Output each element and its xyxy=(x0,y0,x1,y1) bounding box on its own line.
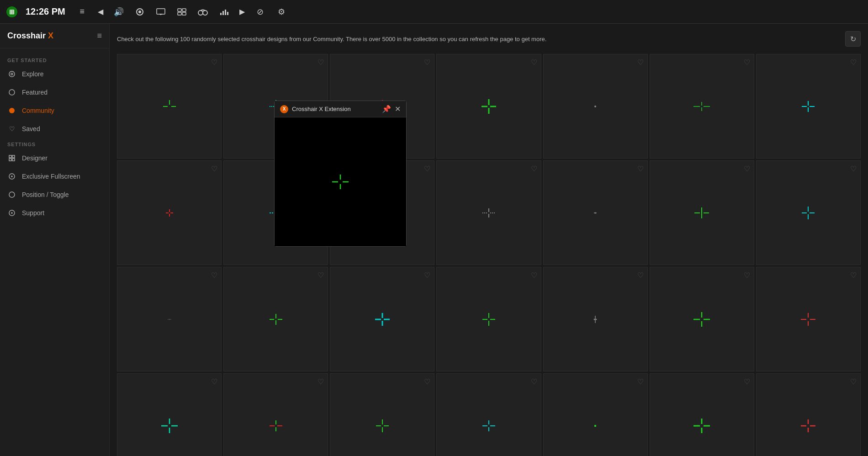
crosshair-cell[interactable]: ♡ xyxy=(650,160,754,265)
heart-icon[interactable]: ♡ xyxy=(637,58,644,67)
xbox-icon[interactable]: ⊞ xyxy=(4,4,20,20)
crosshair-cell[interactable]: ♡ xyxy=(330,267,434,371)
crosshair-cell[interactable]: ♡ xyxy=(436,54,541,159)
heart-icon[interactable]: ♡ xyxy=(850,164,857,173)
svg-point-26 xyxy=(11,176,12,177)
heart-icon[interactable]: ♡ xyxy=(531,271,537,280)
designer-label: Designer xyxy=(22,154,48,162)
binoculars-icon[interactable] xyxy=(193,2,212,21)
sidebar-item-community[interactable]: Community xyxy=(0,101,109,120)
community-label: Community xyxy=(22,107,54,114)
svg-rect-4 xyxy=(157,9,165,14)
crosshair-cell[interactable]: ♡ xyxy=(650,54,754,159)
featured-label: Featured xyxy=(22,89,48,96)
heart-icon[interactable]: ♡ xyxy=(744,164,750,173)
crosshair-cell[interactable]: ♡ xyxy=(117,54,222,159)
svg-point-12 xyxy=(203,11,207,15)
heart-icon[interactable]: ♡ xyxy=(531,58,537,67)
crosshair-cell[interactable]: ♡ xyxy=(223,267,328,371)
refresh-button[interactable]: ↻ xyxy=(845,31,861,47)
sidebar-toggle[interactable]: ≡ xyxy=(97,31,102,41)
heart-icon[interactable]: ♡ xyxy=(531,164,537,173)
menu-icon[interactable]: ≡ xyxy=(73,2,92,21)
svg-rect-8 xyxy=(182,9,186,11)
crosshair-cell[interactable]: ♡ xyxy=(650,373,754,456)
crosshair-grid: ♡ ♡ ♡ xyxy=(117,54,861,456)
more-chevron[interactable]: ▶ xyxy=(235,2,249,21)
support-label: Support xyxy=(22,209,44,217)
featured-icon xyxy=(7,88,16,97)
heart-icon[interactable]: ♡ xyxy=(744,271,750,280)
heart-icon[interactable]: ♡ xyxy=(211,271,217,280)
popup-pin-button[interactable]: 📌 xyxy=(382,105,391,113)
popup-body xyxy=(275,117,406,246)
crosshair-cell[interactable]: ♡ xyxy=(223,373,328,456)
svg-rect-7 xyxy=(178,9,181,11)
top-bar: ⊞ 12:26 PM ≡ ◀ 🔊 xyxy=(0,0,868,24)
crosshair-cell[interactable]: ♡ xyxy=(436,373,541,456)
heart-icon[interactable]: ♡ xyxy=(318,58,324,67)
crosshair-cell[interactable]: ♡ xyxy=(756,160,861,265)
heart-icon[interactable]: ♡ xyxy=(850,58,857,67)
position-toggle-icon xyxy=(7,190,16,199)
heart-icon[interactable]: ♡ xyxy=(637,377,644,386)
sidebar-item-position-toggle[interactable]: Position / Toggle xyxy=(0,186,109,204)
display-icon[interactable] xyxy=(151,2,170,21)
heart-icon[interactable]: ♡ xyxy=(424,271,430,280)
back-chevron[interactable]: ◀ xyxy=(94,2,107,21)
saved-icon: ♡ xyxy=(7,124,16,133)
crosshair-cell[interactable]: ♡ xyxy=(436,160,541,265)
popup-crosshair xyxy=(322,164,359,200)
sidebar-item-featured[interactable]: Featured xyxy=(0,83,109,101)
crosshair-cell[interactable]: ♡ xyxy=(650,267,754,371)
heart-icon[interactable]: ♡ xyxy=(318,271,324,280)
heart-icon[interactable]: ♡ xyxy=(850,377,857,386)
heart-icon[interactable]: ♡ xyxy=(424,377,430,386)
crosshair-cell[interactable]: ♡ xyxy=(543,373,648,456)
popup-close-button[interactable]: ✕ xyxy=(395,105,401,113)
heart-icon[interactable]: ♡ xyxy=(211,164,217,173)
sidebar-item-exclusive-fullscreen[interactable]: Exclusive Fullscreen xyxy=(0,167,109,186)
heart-icon[interactable]: ♡ xyxy=(211,58,217,67)
heart-icon[interactable]: ♡ xyxy=(744,58,750,67)
stats-icon[interactable] xyxy=(214,2,233,21)
crosshair-cell[interactable]: ♡ xyxy=(543,160,648,265)
crosshair-cell[interactable]: ♡ xyxy=(330,373,434,456)
crosshair-cell[interactable]: ♡ xyxy=(543,267,648,371)
crosshair-cell[interactable]: ♡ xyxy=(756,267,861,371)
crosshair-cell[interactable]: ♡ xyxy=(117,160,222,265)
gallery-icon[interactable] xyxy=(172,2,191,21)
audio-icon[interactable]: 🔊 xyxy=(109,2,128,21)
block-icon[interactable]: ⊘ xyxy=(251,2,270,21)
heart-icon[interactable]: ♡ xyxy=(850,271,857,280)
content-header: Check out the following 100 randomly sel… xyxy=(117,31,861,47)
capture-icon[interactable] xyxy=(130,2,149,21)
app-title: Crosshair X xyxy=(7,31,53,41)
crosshair-cell[interactable]: ♡ xyxy=(117,267,222,371)
heart-icon[interactable]: ♡ xyxy=(531,377,537,386)
svg-rect-13 xyxy=(220,13,222,15)
position-toggle-label: Position / Toggle xyxy=(22,191,69,198)
crosshair-cell[interactable]: ♡ xyxy=(756,373,861,456)
heart-icon[interactable]: ♡ xyxy=(318,377,324,386)
heart-icon[interactable]: ♡ xyxy=(637,164,644,173)
sidebar-item-explore[interactable]: Explore xyxy=(0,65,109,83)
sidebar-item-support[interactable]: Support xyxy=(0,204,109,222)
svg-rect-22 xyxy=(12,155,15,158)
svg-rect-16 xyxy=(227,12,228,15)
get-started-label: Get Started xyxy=(0,54,109,65)
clock-display: 12:26 PM xyxy=(26,6,65,17)
crosshair-cell[interactable]: ♡ xyxy=(117,373,222,456)
heart-icon[interactable]: ♡ xyxy=(744,377,750,386)
heart-icon[interactable]: ♡ xyxy=(637,271,644,280)
crosshair-cell[interactable]: ♡ xyxy=(436,267,541,371)
settings-icon[interactable]: ⚙ xyxy=(272,2,291,21)
sidebar-item-designer[interactable]: Designer xyxy=(0,149,109,167)
heart-icon[interactable]: ♡ xyxy=(424,58,430,67)
heart-icon[interactable]: ♡ xyxy=(211,377,217,386)
svg-rect-15 xyxy=(225,10,226,15)
crosshair-cell[interactable]: ♡ xyxy=(543,54,648,159)
crosshair-cell[interactable]: ♡ xyxy=(756,54,861,159)
sidebar-item-saved[interactable]: ♡ Saved xyxy=(0,120,109,138)
heart-icon[interactable]: ♡ xyxy=(424,164,430,173)
